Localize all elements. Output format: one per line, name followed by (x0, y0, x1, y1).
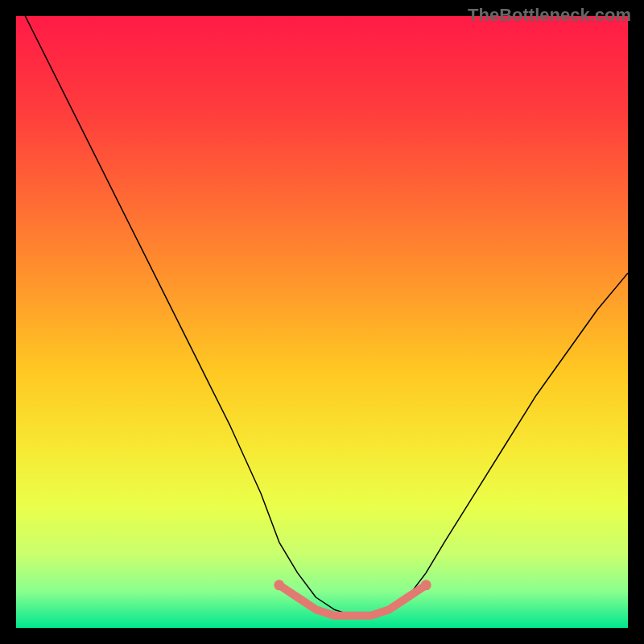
watermark-text: TheBottleneck.com (468, 5, 631, 26)
chart-container: TheBottleneck.com (0, 0, 644, 644)
gradient-background (16, 16, 628, 628)
bottleneck-chart (16, 16, 628, 628)
optimal-band-end (274, 580, 284, 590)
optimal-band-end (421, 580, 431, 590)
plot-frame (16, 16, 628, 628)
